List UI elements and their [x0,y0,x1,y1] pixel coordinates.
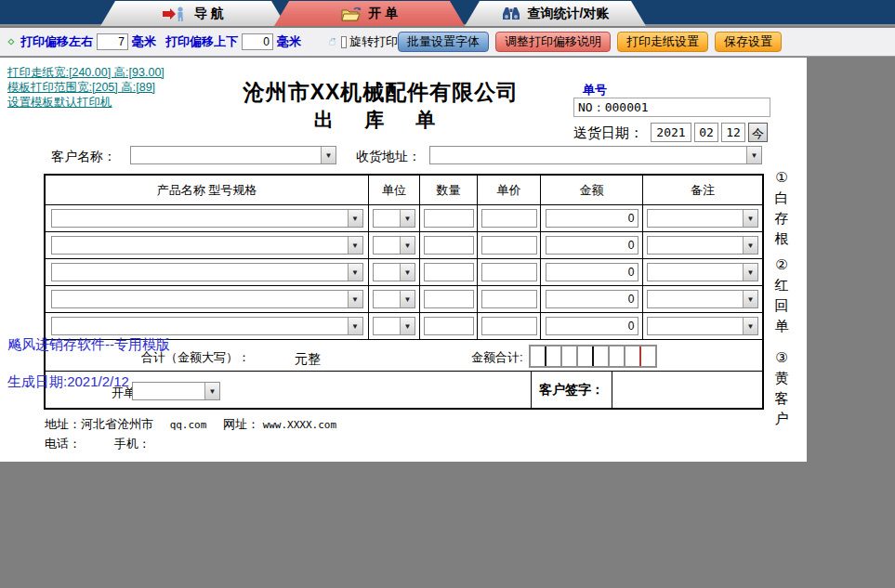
footer-phone-label: 电话： [45,437,81,451]
footer-phone-line: 电话： 手机： [45,436,151,452]
footer-address: 地址：河北省沧州市 [45,417,153,431]
signature-area [612,372,762,408]
ship-address-combobox[interactable]: ▼ [429,146,762,164]
batch-font-button[interactable]: 批量设置字体 [398,32,489,52]
chevron-down-icon[interactable]: ▼ [348,210,362,227]
price-input[interactable] [481,290,537,308]
date-day-box[interactable]: 12 [721,123,745,142]
amount-input[interactable] [546,290,638,308]
tab-billing[interactable]: 开 单 [274,1,465,26]
paper-feed-settings-button[interactable]: 打印走纸设置 [617,32,708,52]
amount-digit-box [594,346,608,366]
clerk-value [133,383,204,399]
amount-input[interactable] [546,317,638,335]
price-input[interactable] [481,236,537,255]
chevron-down-icon[interactable]: ▼ [348,264,362,281]
chevron-down-icon[interactable]: ▼ [204,383,219,399]
qty-input[interactable] [424,290,474,308]
unit-combobox[interactable]: ▼ [373,290,415,308]
product-combobox[interactable]: ▼ [51,209,363,228]
header-amount: 金额 [541,176,643,204]
order-no-label: 单号 [583,82,607,98]
chevron-down-icon[interactable]: ▼ [743,237,757,254]
amount-input[interactable] [546,236,638,255]
delivery-date-label: 送货日期： [573,124,643,142]
chevron-down-icon[interactable]: ▼ [400,318,415,334]
qty-input[interactable] [424,263,474,281]
chevron-down-icon[interactable]: ▼ [400,291,415,307]
price-input[interactable] [481,263,537,281]
offset-lr-label: 打印偏移左右 [20,33,93,50]
remark-combobox[interactable]: ▼ [647,317,758,335]
chevron-down-icon[interactable]: ▼ [746,147,761,163]
customer-name-value [131,147,321,163]
tab-navigation[interactable]: 导 航 [100,1,286,26]
remark-combobox[interactable]: ▼ [647,236,758,255]
product-combobox[interactable]: ▼ [51,290,363,308]
qty-input[interactable] [424,236,474,255]
table-bottom-row: 开单人: ▼ 客户签字： [46,372,762,408]
tab-bar: 导 航 开 单 查询统计/对账 [0,0,895,26]
footer-address-line: 地址：河北省沧州市 qq.com 网址： www.XXXX.com [45,416,336,433]
table-row: ▼ ▼ ▼ [46,286,762,313]
save-settings-button[interactable]: 保存设置 [715,32,782,52]
ship-address-label: 收货地址： [356,149,421,165]
chevron-down-icon[interactable]: ▼ [400,237,415,254]
adjust-offset-help-button[interactable]: 调整打印偏移说明 [495,32,611,52]
amount-digit-box [531,346,545,366]
amount-input[interactable] [546,263,638,281]
product-combobox[interactable]: ▼ [51,236,363,255]
open-folder-icon [341,7,362,21]
offset-ud-label: 打印偏移上下 [165,33,238,50]
remark-combobox[interactable]: ▼ [647,209,758,228]
order-no-input[interactable] [573,98,770,117]
remark-combobox[interactable]: ▼ [647,290,758,308]
paper-size-link[interactable]: 打印走纸宽:[240.00] 高:[93.00] [7,65,165,81]
date-month-box[interactable]: 02 [694,123,718,142]
unit-combobox[interactable]: ▼ [373,317,415,335]
price-input[interactable] [481,209,537,228]
customer-name-combobox[interactable]: ▼ [130,146,336,164]
chevron-down-icon[interactable]: ▼ [348,318,362,334]
table-row: ▼ ▼ ▼ [46,232,762,259]
footer-web-label: 网址： [223,417,259,431]
chevron-down-icon[interactable]: ▼ [321,147,336,163]
clerk-combobox[interactable]: ▼ [132,382,220,400]
unit-combobox[interactable]: ▼ [373,209,415,228]
header-unit: 单位 [369,176,420,204]
tab-query-stats-label: 查询统计/对账 [528,6,610,22]
chevron-down-icon[interactable]: ▼ [743,318,757,334]
amount-digit-box [546,346,560,366]
arrow-person-icon [163,7,187,21]
chevron-down-icon[interactable]: ▼ [400,264,415,281]
amount-digit-box [641,346,655,366]
chevron-down-icon[interactable]: ▼ [400,210,415,227]
amount-input[interactable] [546,209,638,228]
copy-label-red-receipt: ②红回单 [772,255,791,336]
product-combobox[interactable]: ▼ [51,317,363,335]
unit-combobox[interactable]: ▼ [373,236,415,255]
qty-input[interactable] [424,209,474,228]
qty-input[interactable] [424,317,474,335]
workspace: 打印走纸宽:[240.00] 高:[93.00] 模板打印范围宽:[205] 高… [0,57,895,588]
unit-combobox[interactable]: ▼ [373,263,415,281]
price-input[interactable] [481,317,537,335]
chevron-down-icon[interactable]: ▼ [743,210,757,227]
tab-navigation-label: 导 航 [194,6,224,22]
today-button[interactable]: 今 [748,123,768,142]
offset-ud-input[interactable] [242,33,273,50]
date-year-box[interactable]: 2021 [651,123,691,142]
tab-query-stats[interactable]: 查询统计/对账 [465,1,646,26]
header-qty: 数量 [420,176,478,204]
chevron-down-icon[interactable]: ▼ [348,291,362,307]
rotate-print-checkbox[interactable] [341,36,347,48]
remark-combobox[interactable]: ▼ [647,263,758,281]
product-combobox[interactable]: ▼ [51,263,363,281]
offset-lr-input[interactable] [97,33,128,50]
table-row: ▼ ▼ ▼ [46,205,762,232]
chevron-down-icon[interactable]: ▼ [743,264,757,281]
chevron-down-icon[interactable]: ▼ [743,291,757,307]
template-range-link[interactable]: 模板打印范围宽:[205] 高:[89] [7,80,155,96]
default-printer-link[interactable]: 设置模板默认打印机 [7,95,112,111]
chevron-down-icon[interactable]: ▼ [348,237,362,254]
